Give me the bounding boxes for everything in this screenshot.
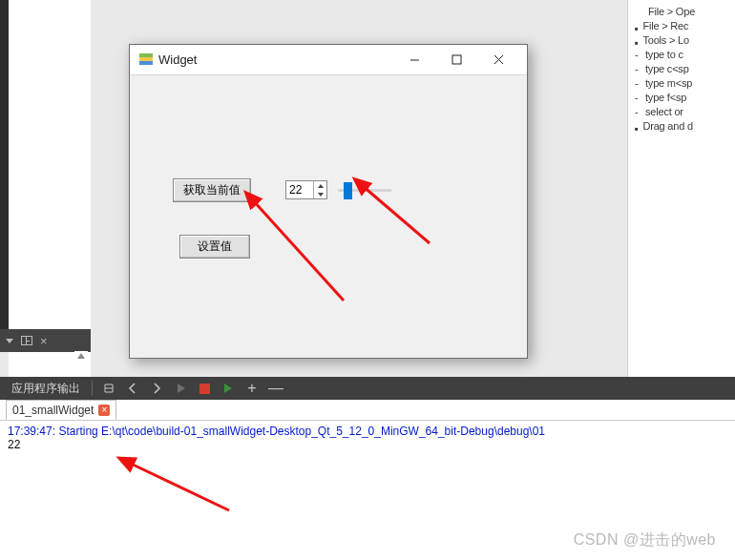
watermark: CSDN @进击的web: [574, 530, 716, 550]
window-title: Widget: [158, 52, 393, 67]
output-tab-label: 01_smallWidget: [12, 404, 94, 417]
next-icon[interactable]: [148, 380, 165, 397]
attach-icon[interactable]: [100, 380, 117, 397]
hint-line: Tools > Lo: [642, 33, 688, 48]
hint-line: type f<sp: [645, 91, 686, 105]
root: File > Ope ■File > Rec ■Tools > Lo -type…: [0, 0, 735, 560]
hint-line: select or: [645, 105, 683, 119]
locator-bar: ×: [0, 329, 91, 352]
spin-down-icon[interactable]: [314, 190, 326, 198]
output-tabs: 01_smallWidget ×: [0, 400, 735, 421]
split-icon[interactable]: [21, 336, 32, 345]
svg-rect-0: [452, 55, 461, 64]
run-icon[interactable]: [172, 380, 189, 397]
close-button[interactable]: [477, 47, 519, 73]
output-console[interactable]: 17:39:47: Starting E:\qt\code\build-01_s…: [0, 421, 735, 535]
set-value-button[interactable]: 设置值: [179, 235, 250, 259]
console-line: 22: [8, 438, 727, 451]
titlebar[interactable]: Widget: [130, 45, 527, 75]
scroll-up-icon: [77, 353, 85, 359]
output-title: 应用程序输出: [0, 381, 92, 397]
slider-thumb[interactable]: [344, 182, 352, 199]
zoom-out-icon[interactable]: —: [267, 380, 284, 397]
get-value-button[interactable]: 获取当前值: [173, 178, 251, 202]
hint-line: File > Rec: [642, 19, 688, 33]
window-body: 获取当前值 设置值: [130, 75, 527, 358]
hint-line: type m<sp: [645, 76, 692, 91]
stop-icon[interactable]: [196, 380, 213, 397]
hint-line: type to c: [645, 48, 683, 62]
hint-line: Drag and d: [642, 119, 692, 134]
tab-close-icon[interactable]: ×: [98, 404, 110, 416]
zoom-in-icon[interactable]: +: [243, 380, 261, 397]
output-toolbar: 应用程序输出 + —: [0, 377, 735, 400]
separator: [92, 381, 93, 396]
close-icon[interactable]: ×: [40, 335, 48, 347]
spinbox-input[interactable]: [286, 181, 313, 198]
left-sidebar: [0, 0, 9, 329]
spinbox[interactable]: [285, 180, 327, 199]
hint-line: type c<sp: [645, 62, 689, 76]
minimize-button[interactable]: [393, 47, 435, 73]
left-gutter: [9, 0, 91, 377]
maximize-button[interactable]: [435, 47, 477, 73]
console-line: 17:39:47: Starting E:\qt\code\build-01_s…: [8, 425, 727, 438]
run-debug-icon[interactable]: [220, 380, 237, 397]
spin-up-icon[interactable]: [314, 181, 326, 190]
scrollbar[interactable]: [74, 351, 88, 376]
app-icon: [139, 53, 153, 67]
welcome-hints: File > Ope ■File > Rec ■Tools > Lo -type…: [627, 0, 735, 134]
prev-icon[interactable]: [124, 380, 141, 397]
dropdown-icon[interactable]: [6, 339, 13, 343]
output-tab[interactable]: 01_smallWidget ×: [6, 400, 116, 420]
slider[interactable]: [338, 182, 391, 197]
window-buttons: [393, 47, 519, 73]
widget-window: Widget 获取当前值 设置值: [129, 44, 528, 359]
hint-line: File > Ope: [648, 5, 729, 19]
